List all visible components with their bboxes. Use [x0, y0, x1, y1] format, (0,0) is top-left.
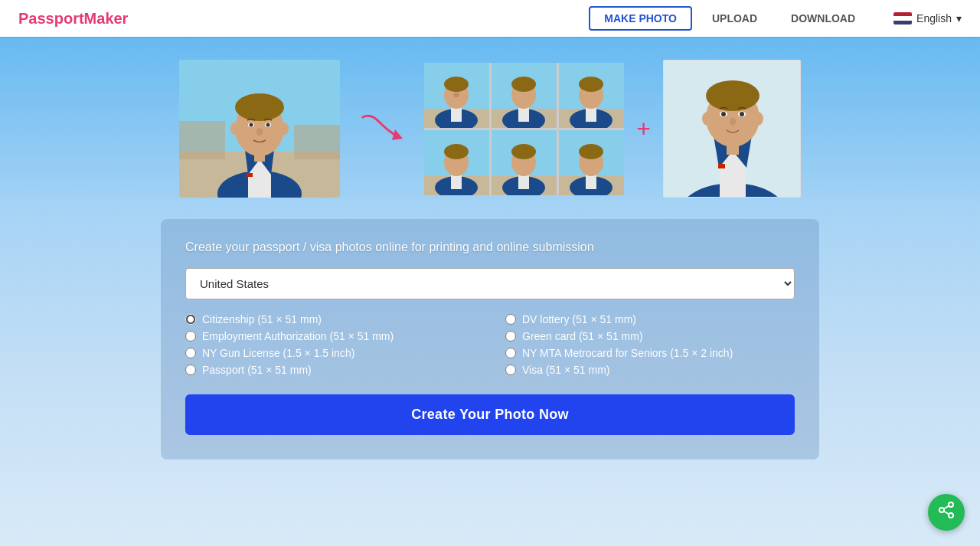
- svg-rect-18: [247, 173, 253, 177]
- grid-photo-6: [559, 130, 624, 195]
- photo-grid: [424, 63, 624, 195]
- radio-ny-mta[interactable]: [505, 348, 516, 358]
- svg-point-72: [730, 118, 736, 126]
- logo-text-passport: Passport: [18, 10, 84, 27]
- svg-line-77: [944, 512, 949, 515]
- svg-point-67: [753, 112, 763, 126]
- country-select[interactable]: United States United Kingdom Canada Aust…: [185, 268, 795, 299]
- nav-make-photo[interactable]: MAKE PHOTO: [589, 6, 692, 31]
- svg-point-44: [444, 144, 469, 159]
- grid-photo-4: [424, 130, 489, 195]
- radio-label-ny-gun[interactable]: NY Gun License (1.5 × 1.5 inch): [202, 347, 354, 359]
- svg-point-65: [706, 80, 760, 111]
- svg-point-25: [444, 77, 469, 92]
- svg-line-78: [944, 506, 949, 509]
- svg-point-71: [740, 112, 744, 116]
- list-item[interactable]: Employment Authorization (51 × 51 mm): [185, 330, 475, 342]
- nav-download[interactable]: DOWNLOAD: [777, 8, 869, 29]
- original-photo: [179, 60, 340, 198]
- logo: PassportMaker: [18, 10, 589, 28]
- list-item[interactable]: Citizenship (51 × 51 mm): [185, 313, 475, 325]
- radio-label-employment[interactable]: Employment Authorization (51 × 51 mm): [202, 330, 394, 342]
- grid-photo-5: [492, 130, 557, 195]
- radio-label-ny-mta[interactable]: NY MTA Metrocard for Seniors (1.5 × 2 in…: [522, 347, 733, 359]
- svg-point-75: [939, 508, 944, 512]
- single-photo: [663, 60, 801, 198]
- radio-label-passport[interactable]: Passport (51 × 51 mm): [202, 364, 312, 376]
- share-fab[interactable]: [928, 494, 965, 531]
- radio-employment[interactable]: [185, 331, 196, 342]
- person-illustration: [179, 60, 340, 198]
- radio-ny-gun[interactable]: [185, 348, 196, 358]
- radio-visa[interactable]: [505, 365, 516, 375]
- svg-rect-3: [294, 125, 340, 159]
- svg-marker-19: [392, 129, 403, 140]
- list-item[interactable]: Green card (51 × 51 mm): [505, 330, 795, 342]
- svg-point-32: [511, 77, 536, 92]
- svg-point-17: [256, 128, 263, 136]
- svg-point-11: [230, 123, 240, 135]
- radio-label-visa[interactable]: Visa (51 × 51 mm): [522, 364, 610, 376]
- list-item[interactable]: Passport (51 × 51 mm): [185, 364, 475, 376]
- svg-rect-73: [718, 164, 725, 168]
- grid-photo-2: [492, 63, 557, 128]
- list-item[interactable]: Visa (51 × 51 mm): [505, 364, 795, 376]
- radio-green-card[interactable]: [505, 331, 516, 342]
- svg-point-76: [949, 513, 953, 518]
- nav-upload[interactable]: UPLOAD: [698, 8, 771, 29]
- photo-type-list: Citizenship (51 × 51 mm) DV lottery (51 …: [185, 313, 795, 376]
- svg-point-10: [235, 93, 284, 121]
- svg-point-66: [702, 112, 713, 126]
- svg-rect-2: [179, 121, 225, 159]
- radio-dv-lottery[interactable]: [505, 314, 516, 325]
- list-item[interactable]: NY Gun License (1.5 × 1.5 inch): [185, 347, 475, 359]
- arrow-icon: [355, 110, 409, 148]
- grid-photo-3: [559, 63, 624, 128]
- svg-point-74: [949, 502, 953, 507]
- plus-icon: +: [636, 115, 651, 143]
- chevron-down-icon: ▾: [956, 12, 962, 25]
- create-photo-button[interactable]: Create Your Photo Now: [185, 394, 795, 435]
- svg-point-15: [250, 123, 253, 127]
- svg-point-26: [453, 93, 459, 97]
- photo-grid-container: +: [424, 60, 801, 198]
- main-content: +: [145, 37, 835, 475]
- header: PassportMaker MAKE PHOTO UPLOAD DOWNLOAD…: [0, 0, 980, 37]
- list-item[interactable]: DV lottery (51 × 51 mm): [505, 313, 795, 325]
- form-title: Create your passport / visa photos onlin…: [185, 240, 795, 254]
- form-section: Create your passport / visa photos onlin…: [161, 219, 819, 459]
- share-icon: [937, 501, 956, 524]
- language-label: English: [916, 12, 952, 25]
- flag-icon: [893, 12, 912, 25]
- radio-passport[interactable]: [185, 365, 196, 375]
- svg-point-50: [511, 144, 536, 159]
- radio-label-citizenship[interactable]: Citizenship (51 × 51 mm): [202, 313, 322, 325]
- svg-point-38: [579, 77, 603, 92]
- list-item[interactable]: NY MTA Metrocard for Seniors (1.5 × 2 in…: [505, 347, 795, 359]
- radio-citizenship[interactable]: [185, 314, 196, 325]
- photo-demo: +: [161, 60, 819, 198]
- svg-point-56: [579, 144, 603, 159]
- radio-label-green-card[interactable]: Green card (51 × 51 mm): [522, 330, 643, 342]
- svg-point-12: [279, 123, 289, 135]
- svg-point-70: [721, 112, 726, 116]
- svg-point-16: [266, 123, 270, 127]
- grid-photo-1: [424, 63, 489, 128]
- radio-label-dv-lottery[interactable]: DV lottery (51 × 51 mm): [522, 313, 636, 325]
- language-selector[interactable]: English ▾: [893, 12, 962, 25]
- main-nav: MAKE PHOTO UPLOAD DOWNLOAD: [589, 6, 869, 31]
- logo-text-maker: Maker: [84, 10, 129, 27]
